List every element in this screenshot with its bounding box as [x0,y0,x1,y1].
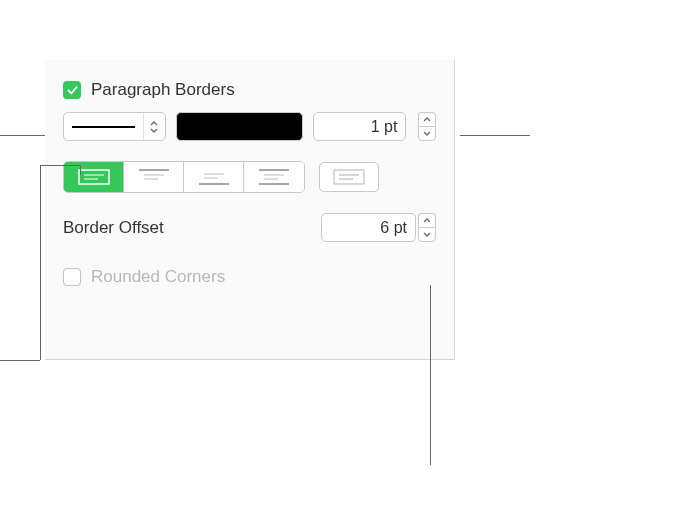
svg-rect-13 [334,170,364,184]
chevron-up-icon [423,218,431,223]
paragraph-borders-toggle-row: Paragraph Borders [63,80,436,100]
callout-line [0,360,40,361]
border-bottom-button[interactable] [184,162,244,192]
border-offset-label: Border Offset [63,218,164,238]
callout-line [40,165,80,166]
border-all-icon [78,169,110,185]
weight-step-up-button[interactable] [418,112,436,126]
border-offset-stepper [418,213,436,242]
offset-step-down-button[interactable] [418,227,436,242]
rounded-corners-checkbox[interactable] [63,268,81,286]
chevron-down-icon [423,232,431,237]
line-style-preview [64,113,143,140]
weight-step-down-button[interactable] [418,126,436,141]
border-color-swatch[interactable] [176,112,303,141]
chevron-up-icon [423,117,431,122]
border-weight-stepper [418,112,436,141]
line-solid-icon [72,126,135,128]
border-weight-value: 1 pt [371,118,398,136]
border-outline-icon [333,169,365,185]
offset-step-up-button[interactable] [418,213,436,227]
line-style-select[interactable] [63,112,166,141]
paragraph-borders-panel: Paragraph Borders 1 pt [45,60,455,360]
border-outline-button[interactable] [319,162,379,192]
checkmark-icon [66,84,79,97]
svg-rect-0 [79,170,109,184]
paragraph-borders-label: Paragraph Borders [91,80,235,100]
chevron-down-icon [143,113,165,140]
border-position-segments [63,161,305,193]
rounded-corners-row: Rounded Corners [63,267,436,287]
callout-line [40,165,41,185]
rounded-corners-label: Rounded Corners [91,267,225,287]
border-position-row [63,161,436,193]
callout-line [40,185,41,360]
callout-line [80,165,81,175]
border-offset-input[interactable]: 6 pt [321,213,416,242]
border-style-row: 1 pt [63,112,436,141]
border-top-icon [138,169,170,185]
chevron-down-icon [423,131,431,136]
border-weight-input[interactable]: 1 pt [313,112,406,141]
border-offset-row: Border Offset 6 pt [63,213,436,242]
border-offset-controls: 6 pt [321,213,436,242]
callout-line [460,135,530,136]
callout-line [430,285,431,465]
border-top-bottom-icon [258,169,290,185]
border-bottom-icon [198,169,230,185]
border-top-button[interactable] [124,162,184,192]
border-top-bottom-button[interactable] [244,162,304,192]
paragraph-borders-checkbox[interactable] [63,81,81,99]
border-all-button[interactable] [64,162,124,192]
callout-line [0,135,45,136]
border-offset-value: 6 pt [380,219,407,237]
